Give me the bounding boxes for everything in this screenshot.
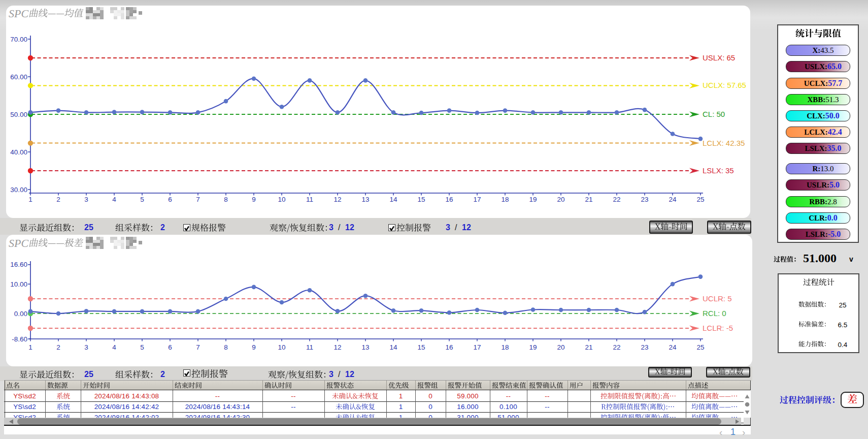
svg-text:2: 2: [56, 196, 60, 203]
svg-text:30.00: 30.00: [10, 186, 27, 194]
svg-text:70.00: 70.00: [10, 36, 27, 43]
svg-text:3: 3: [84, 196, 88, 203]
svg-text:14: 14: [389, 343, 397, 351]
svg-text:9: 9: [252, 343, 256, 351]
svg-text:UCLR: 5: UCLR: 5: [703, 294, 732, 303]
svg-text:2: 2: [56, 343, 60, 351]
svg-text:CL: 50: CL: 50: [703, 110, 725, 118]
svg-text:8: 8: [224, 343, 228, 351]
svg-text:15: 15: [417, 343, 425, 351]
svg-text:8: 8: [224, 196, 228, 203]
svg-text:0.00: 0.00: [14, 310, 27, 318]
svg-text:4: 4: [112, 343, 116, 351]
svg-text:1: 1: [28, 343, 32, 351]
svg-text:5: 5: [140, 343, 144, 351]
svg-text:19: 19: [529, 343, 537, 351]
svg-text:15: 15: [417, 196, 425, 203]
svg-text:4: 4: [112, 196, 116, 203]
svg-text:22: 22: [613, 343, 620, 351]
svg-text:16.60: 16.60: [10, 261, 27, 268]
svg-text:12: 12: [333, 196, 341, 203]
svg-text:LSLX: 35: LSLX: 35: [703, 166, 734, 175]
svg-text:UCLX: 57.65: UCLX: 57.65: [703, 81, 746, 89]
svg-text:25: 25: [696, 343, 704, 351]
svg-text:LCLX: 42.35: LCLX: 42.35: [703, 139, 745, 147]
svg-text:11: 11: [306, 196, 313, 203]
svg-text:3: 3: [84, 343, 88, 351]
svg-text:11: 11: [306, 343, 313, 351]
svg-text:20: 20: [557, 196, 564, 203]
svg-text:16: 16: [445, 343, 453, 351]
svg-text:50.00: 50.00: [10, 111, 27, 118]
svg-text:6: 6: [168, 196, 172, 203]
svg-text:60.00: 60.00: [10, 73, 27, 81]
svg-text:7: 7: [196, 343, 200, 351]
svg-text:7: 7: [196, 196, 200, 203]
svg-text:13: 13: [361, 343, 369, 351]
svg-text:LCLR: -5: LCLR: -5: [703, 324, 733, 332]
svg-text:6: 6: [168, 343, 172, 351]
svg-text:17: 17: [473, 343, 481, 351]
svg-text:40.00: 40.00: [10, 148, 27, 156]
svg-text:22: 22: [613, 196, 620, 203]
svg-text:16: 16: [445, 196, 453, 203]
svg-text:1: 1: [28, 196, 32, 203]
svg-text:19: 19: [529, 196, 537, 203]
svg-text:10: 10: [278, 196, 285, 203]
svg-text:-8.60: -8.60: [12, 335, 27, 343]
svg-text:12: 12: [333, 343, 341, 351]
svg-text:24: 24: [669, 343, 677, 351]
svg-text:21: 21: [585, 343, 592, 351]
svg-text:5: 5: [140, 196, 144, 203]
svg-text:21: 21: [585, 196, 592, 203]
svg-text:18: 18: [501, 196, 509, 203]
svg-text:17: 17: [473, 196, 481, 203]
svg-text:14: 14: [389, 196, 397, 203]
svg-text:24: 24: [669, 196, 677, 203]
svg-text:23: 23: [641, 343, 648, 351]
svg-text:10: 10: [278, 343, 285, 351]
svg-text:23: 23: [641, 196, 648, 203]
svg-text:USLX: 65: USLX: 65: [703, 53, 735, 62]
svg-text:25: 25: [696, 196, 704, 203]
svg-text:13: 13: [361, 196, 369, 203]
svg-text:9: 9: [252, 196, 256, 203]
svg-text:RCL: 0: RCL: 0: [703, 309, 726, 318]
svg-text:10.00: 10.00: [10, 280, 27, 288]
svg-text:20: 20: [557, 343, 564, 351]
svg-text:18: 18: [501, 343, 509, 351]
